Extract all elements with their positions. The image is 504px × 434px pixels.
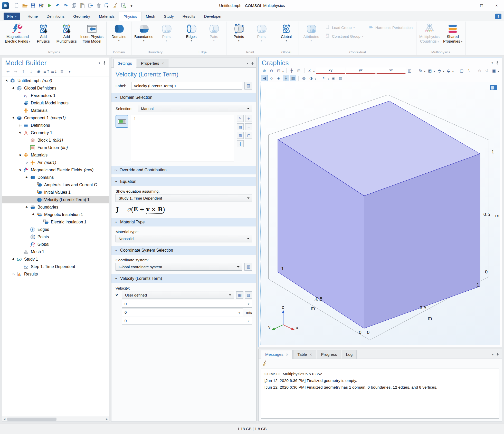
- tree-item-global-definitions[interactable]: ▶Global Definitions: [2, 84, 109, 92]
- close-icon[interactable]: ✕: [161, 62, 164, 65]
- tree-item-amp-re-s-law-and-current-c[interactable]: DAmpère's Law and Current C: [2, 181, 109, 189]
- active-toggle-button[interactable]: [116, 115, 128, 128]
- tree-item-definitions[interactable]: ▷Definitions: [2, 122, 109, 129]
- scene-light-icon[interactable]: ◀: [261, 75, 268, 81]
- section-material-type[interactable]: ▼ Material Type: [111, 218, 256, 226]
- delete-icon[interactable]: [95, 2, 102, 9]
- zoom-out-icon[interactable]: ⊖: [268, 67, 275, 74]
- scrollbar-thumb[interactable]: [7, 418, 56, 421]
- move-selection-icon[interactable]: ╋: [237, 140, 244, 147]
- tab-messages[interactable]: Messages✕: [261, 350, 293, 359]
- tree-item-default-model-inputs[interactable]: Default Model Inputs: [2, 99, 109, 107]
- new-file-icon[interactable]: [13, 2, 20, 9]
- close-button[interactable]: ×: [489, 0, 504, 11]
- move-up-button[interactable]: ↑: [20, 68, 27, 75]
- tab-progress[interactable]: Progress: [317, 350, 341, 359]
- tree-item-geometry-1[interactable]: ▶Geometry 1: [2, 129, 109, 136]
- section-override[interactable]: ▷ Override and Contribution: [111, 166, 256, 174]
- add-multiphysics-button[interactable]: AddMultiphysics: [55, 22, 79, 44]
- image-snapshot-icon[interactable]: ▣: [330, 75, 337, 81]
- go-forward-button[interactable]: →: [12, 68, 19, 75]
- tree-item-domains[interactable]: ▶Domains: [2, 174, 109, 181]
- ribbon-tab-geometry[interactable]: Geometry: [69, 12, 94, 21]
- go-back-button[interactable]: ←: [5, 68, 11, 75]
- section-equation[interactable]: ▼ Equation: [111, 177, 256, 186]
- tree-item-velocity-lorentz-term-1[interactable]: Velocity (Lorentz Term) 1: [2, 196, 109, 203]
- collapse-all-button[interactable]: ≡↑: [43, 68, 50, 75]
- tab-settings[interactable]: Settings: [113, 59, 136, 68]
- view-yz-plane-icon[interactable]: yz: [346, 67, 376, 74]
- view-xy-plane-icon[interactable]: xy: [316, 67, 345, 74]
- tree-item-magnetic-and-electric-fields[interactable]: ▶+−Magnetic and Electric Fields(mef): [2, 166, 109, 174]
- add-physics-button[interactable]: AddPhysics: [32, 22, 55, 44]
- tree-item-global[interactable]: +−Global: [2, 241, 109, 248]
- pin-icon[interactable]: [251, 62, 254, 65]
- show-button[interactable]: ◉: [35, 68, 42, 75]
- scroll-left-icon[interactable]: ◀: [2, 418, 7, 420]
- clear-messages-button[interactable]: [262, 360, 267, 367]
- tree-item-points[interactable]: Points: [2, 233, 109, 241]
- tab-table[interactable]: Table✕: [293, 350, 316, 359]
- pin-icon[interactable]: [496, 61, 499, 65]
- close-icon[interactable]: ✕: [309, 353, 312, 357]
- boundaries-button[interactable]: Boundaries▾: [132, 22, 155, 42]
- collapse-icon[interactable]: ▶: [24, 204, 30, 210]
- chevron-down-icon[interactable]: ▾: [315, 78, 316, 80]
- show-grid-icon[interactable]: ▦: [290, 75, 296, 81]
- ribbon-tab-definitions[interactable]: Definitions: [42, 12, 69, 21]
- collapse-icon[interactable]: ▶: [11, 115, 16, 121]
- tree-item-initial-values-1[interactable]: DInitial Values 1: [2, 189, 109, 196]
- file-menu-button[interactable]: File ▾: [4, 13, 20, 20]
- edges-button[interactable]: Edges▾: [180, 22, 203, 42]
- tree-item-air[interactable]: ▷Air(mat1): [2, 159, 109, 166]
- go-to-source-icon[interactable]: ▥: [244, 263, 252, 271]
- pin-icon[interactable]: [496, 353, 499, 357]
- close-icon[interactable]: ✕: [286, 353, 289, 357]
- copy-selection-icon[interactable]: ▤: [237, 123, 244, 130]
- expand-icon[interactable]: ▷: [25, 161, 30, 164]
- expression-builder-icon[interactable]: ▦: [236, 291, 243, 299]
- chevron-down-icon[interactable]: ▾: [282, 70, 284, 73]
- tree-item-materials[interactable]: ▶Materials: [2, 151, 109, 159]
- chevron-down-icon[interactable]: ▾: [452, 70, 454, 73]
- paste-icon[interactable]: [79, 2, 85, 9]
- section-velocity[interactable]: ▼ Velocity (Lorentz Term): [111, 274, 256, 283]
- help-button[interactable]: ?: [495, 14, 501, 19]
- ribbon-tab-mesh[interactable]: Mesh: [141, 12, 160, 21]
- scene-update-icon[interactable]: ↻: [321, 75, 327, 81]
- tree-item-magnetic-insulation-1[interactable]: ▶DMagnetic Insulation 1: [2, 211, 109, 218]
- toolbar-dropdown-button[interactable]: ▾: [66, 68, 73, 75]
- collapse-icon[interactable]: ▶: [31, 212, 36, 217]
- chevron-down-icon[interactable]: ▾: [313, 70, 315, 73]
- tree-item-results[interactable]: ▷Results: [2, 270, 109, 278]
- material-rendering-icon[interactable]: ◍: [301, 75, 307, 81]
- tree-item-electric-insulation-1[interactable]: DElectric Insulation 1: [2, 218, 109, 226]
- qat-dropdown-icon[interactable]: ▾: [128, 2, 135, 9]
- zoom-to-selection-icon[interactable]: ⊞: [296, 67, 302, 74]
- save-as-icon[interactable]: [38, 2, 44, 9]
- collapse-icon[interactable]: ▶: [18, 167, 23, 173]
- points-button[interactable]: Points▾: [227, 22, 250, 42]
- coordinate-system-dropdown[interactable]: Global coordinate system: [116, 263, 242, 271]
- velocity-z-input[interactable]: [122, 317, 245, 324]
- collapse-icon[interactable]: ▶: [11, 257, 16, 262]
- velocity-y-input[interactable]: [122, 309, 236, 316]
- paste-selection-icon[interactable]: ▥: [237, 132, 244, 139]
- transparency-icon[interactable]: ◈: [275, 75, 282, 81]
- expand-icon[interactable]: ▷: [18, 124, 23, 127]
- move-down-button[interactable]: ↓: [28, 68, 34, 75]
- chevron-down-icon[interactable]: ▾: [443, 70, 444, 73]
- insert-physics-from-model-button[interactable]: Insert Physicsfrom Model: [79, 22, 105, 44]
- ribbon-tab-developer[interactable]: Developer: [200, 12, 226, 21]
- go-to-default-view-icon[interactable]: ∠: [307, 67, 313, 74]
- tree-item-block-1[interactable]: Block 1(blk1): [2, 136, 109, 144]
- tree-item-edges[interactable]: Edges: [2, 226, 109, 233]
- collapse-icon[interactable]: ▶: [18, 130, 23, 135]
- tree-item-parameters-1[interactable]: PiParameters 1: [2, 92, 109, 99]
- tree-item-study-1[interactable]: ▶Study 1: [2, 255, 109, 263]
- rename-icon[interactable]: ▤: [244, 82, 252, 90]
- collapse-icon[interactable]: ▶: [4, 78, 10, 83]
- velocity-method-dropdown[interactable]: User defined: [122, 291, 234, 299]
- expand-icon[interactable]: ▷: [11, 273, 16, 275]
- open-icon[interactable]: [21, 2, 28, 9]
